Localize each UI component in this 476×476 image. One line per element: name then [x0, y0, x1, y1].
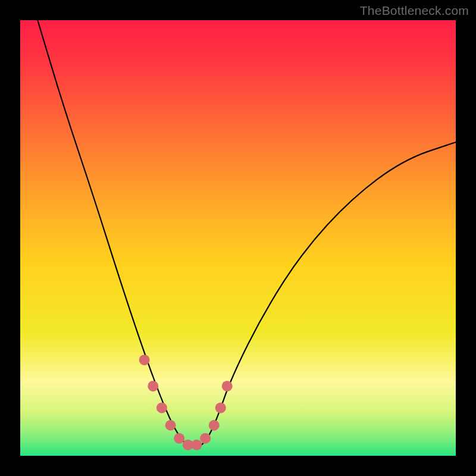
plot-area: [20, 20, 456, 456]
marker-dot: [165, 420, 176, 431]
marker-dot: [148, 381, 158, 392]
marker-dot: [156, 402, 167, 413]
marker-dot: [139, 355, 150, 365]
marker-dot: [209, 420, 220, 431]
marker-dot: [200, 433, 211, 444]
marker-dot: [191, 440, 202, 450]
chart-container: TheBottleneck.com: [0, 0, 476, 476]
gradient-background: [20, 20, 456, 456]
marker-dot: [215, 402, 226, 413]
marker-dot: [222, 381, 233, 392]
bottleneck-chart: [0, 0, 476, 476]
watermark-text: TheBottleneck.com: [360, 4, 469, 18]
marker-dot: [174, 433, 184, 444]
